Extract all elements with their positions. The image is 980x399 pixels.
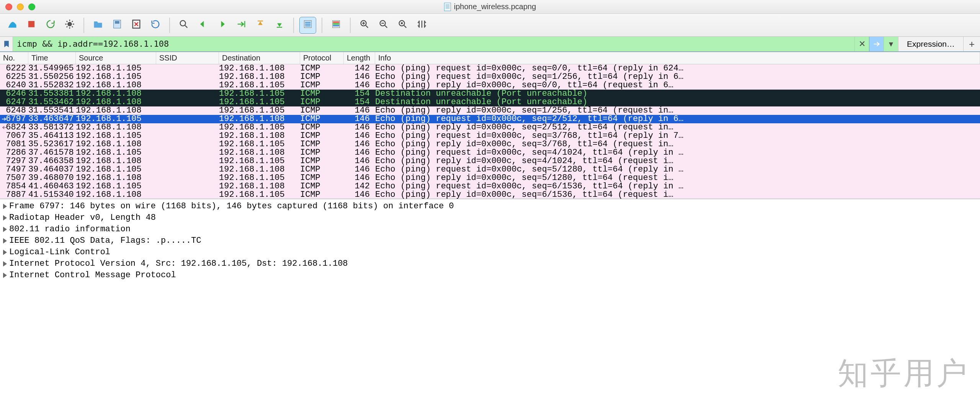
column-header-no[interactable]: No. (0, 52, 28, 64)
cell-source: 192.168.1.105 (76, 115, 156, 123)
cell-source: 192.168.1.105 (76, 149, 156, 157)
cell-ssid (156, 174, 219, 182)
cell-ssid (156, 115, 219, 123)
go-first-button[interactable] (252, 17, 269, 34)
go-last-button[interactable] (271, 17, 288, 34)
packet-row[interactable]: 750739.468070192.168.1.108192.168.1.105I… (0, 174, 980, 182)
reload-icon (150, 19, 161, 31)
cell-source: 192.168.1.105 (76, 64, 156, 73)
cell-time: 41.460463 (28, 182, 76, 191)
detail-tree-item[interactable]: Radiotap Header v0, Length 48 (2, 212, 980, 224)
resize-columns-button[interactable] (413, 17, 430, 34)
shark-fin-button[interactable] (4, 17, 21, 34)
packet-row[interactable]: 785441.460463192.168.1.105192.168.1.108I… (0, 182, 980, 191)
disclosure-triangle-icon[interactable] (3, 250, 7, 255)
auto-scroll-button[interactable] (299, 17, 316, 34)
cell-protocol: ICMP (300, 174, 344, 182)
cell-no: 7067 (0, 132, 28, 140)
main-toolbar (0, 14, 980, 37)
packet-row[interactable]: 624631.553381192.168.1.108192.168.1.105I… (0, 90, 980, 98)
go-to-packet-button[interactable] (233, 17, 250, 34)
detail-tree-item[interactable]: IEEE 802.11 QoS Data, Flags: .p.....TC (2, 235, 980, 247)
filter-bookmark-button[interactable] (0, 37, 13, 51)
packet-list[interactable]: 622231.549965192.168.1.105192.168.1.108I… (0, 64, 980, 199)
zoom-out-button[interactable] (375, 17, 392, 34)
filter-expression-button[interactable]: Expression… (898, 37, 963, 51)
disclosure-triangle-icon[interactable] (3, 273, 7, 278)
cell-protocol: ICMP (300, 149, 344, 157)
detail-tree-item[interactable]: Logical-Link Control (2, 247, 980, 258)
cell-ssid (156, 140, 219, 149)
close-file-button[interactable] (128, 17, 145, 34)
column-header-source[interactable]: Source (76, 52, 156, 64)
cell-length: 146 (344, 174, 375, 182)
display-filter-input[interactable] (13, 37, 854, 51)
packet-row[interactable]: 622531.550256192.168.1.105192.168.1.108I… (0, 73, 980, 81)
packet-row[interactable]: 624031.552832192.168.1.108192.168.1.105I… (0, 81, 980, 90)
apply-filter-button[interactable] (869, 37, 884, 51)
svg-point-5 (180, 21, 186, 26)
disclosure-triangle-icon[interactable] (3, 238, 7, 244)
disclosure-triangle-icon[interactable] (3, 215, 7, 221)
detail-tree-item[interactable]: Internet Protocol Version 4, Src: 192.16… (2, 258, 980, 270)
detail-tree-item[interactable]: Frame 6797: 146 bytes on wire (1168 bits… (2, 201, 980, 212)
add-filter-button[interactable]: + (963, 37, 980, 51)
colorize-button[interactable] (328, 17, 345, 34)
minimize-window-button[interactable] (17, 3, 24, 10)
go-back-button[interactable] (194, 17, 211, 34)
disclosure-triangle-icon[interactable] (3, 227, 7, 232)
cell-protocol: ICMP (300, 90, 344, 98)
cell-time: 35.464113 (28, 132, 76, 140)
column-header-destination[interactable]: Destination (219, 52, 300, 64)
packet-row[interactable]: 679733.463647192.168.1.105192.168.1.108I… (0, 115, 980, 123)
packet-row[interactable]: 706735.464113192.168.1.105192.168.1.108I… (0, 132, 980, 140)
packet-details-pane[interactable]: Frame 6797: 146 bytes on wire (1168 bits… (0, 199, 980, 399)
zoom-in-button[interactable] (356, 17, 373, 34)
packet-row[interactable]: 624831.553541192.168.1.108192.168.1.105I… (0, 106, 980, 115)
restart-capture-button[interactable] (42, 17, 59, 34)
disclosure-triangle-icon[interactable] (3, 261, 7, 267)
zoom-window-button[interactable] (28, 3, 35, 10)
reload-button[interactable] (147, 17, 164, 34)
column-header-time[interactable]: Time (28, 52, 76, 64)
svg-rect-12 (333, 23, 339, 25)
column-header-ssid[interactable]: SSID (156, 52, 219, 64)
open-file-button[interactable] (90, 17, 106, 34)
cell-length: 142 (344, 182, 375, 191)
save-file-button[interactable] (109, 17, 126, 34)
cell-length: 146 (344, 73, 375, 81)
cell-destination: 192.168.1.108 (219, 182, 300, 191)
packet-row[interactable]: 682433.581372192.168.1.108192.168.1.105I… (0, 123, 980, 132)
column-header-info[interactable]: Info (375, 52, 980, 64)
go-forward-button[interactable] (214, 17, 230, 34)
cell-time: 31.549965 (28, 64, 76, 73)
cell-length: 154 (344, 98, 375, 106)
cell-info: Echo (ping) reply id=0x000c, seq=6/1536,… (375, 191, 980, 199)
cell-source: 192.168.1.108 (76, 90, 156, 98)
detail-tree-item[interactable]: Internet Control Message Protocol (2, 270, 980, 281)
packet-row[interactable]: 624731.553462192.168.1.108192.168.1.105I… (0, 98, 980, 106)
packet-row[interactable]: 729737.466358192.168.1.108192.168.1.105I… (0, 157, 980, 165)
packet-row[interactable]: 622231.549965192.168.1.105192.168.1.108I… (0, 64, 980, 73)
column-header-length[interactable]: Length (344, 52, 375, 64)
cell-length: 146 (344, 115, 375, 123)
cell-no: 6248 (0, 106, 28, 115)
zoom-out-icon (378, 19, 389, 31)
close-window-button[interactable] (5, 3, 12, 10)
packet-row[interactable]: 749739.464037192.168.1.105192.168.1.108I… (0, 165, 980, 174)
recent-filters-button[interactable]: ▾ (884, 37, 898, 51)
packet-row[interactable]: 708135.523617192.168.1.108192.168.1.105I… (0, 140, 980, 149)
zoom-reset-button[interactable] (394, 17, 411, 34)
packet-row[interactable]: 788741.515340192.168.1.108192.168.1.105I… (0, 191, 980, 199)
find-packet-button[interactable] (175, 17, 192, 34)
capture-options-button[interactable] (61, 17, 78, 34)
disclosure-triangle-icon[interactable] (3, 204, 7, 209)
cell-info: Echo (ping) reply id=0x000c, seq=2/512, … (375, 123, 980, 132)
column-header-protocol[interactable]: Protocol (300, 52, 344, 64)
detail-tree-item[interactable]: 802.11 radio information (2, 224, 980, 235)
stop-capture-button[interactable] (23, 17, 40, 34)
window-controls (0, 3, 35, 10)
clear-filter-button[interactable]: ✕ (854, 37, 869, 51)
cell-time: 41.515340 (28, 191, 76, 199)
packet-row[interactable]: 728637.461578192.168.1.105192.168.1.108I… (0, 149, 980, 157)
